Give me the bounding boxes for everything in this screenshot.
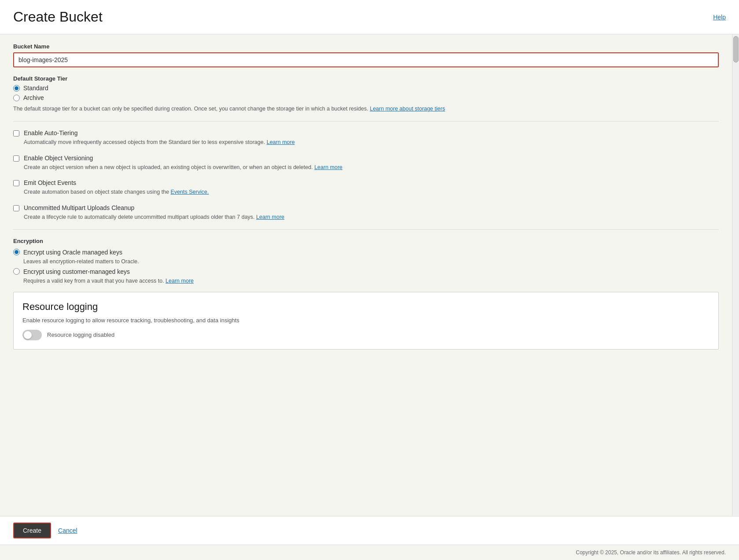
auto-tiering-checkbox-row: Enable Auto-Tiering [13, 129, 719, 136]
bucket-name-input[interactable] [13, 52, 719, 67]
scrollbar-thumb[interactable] [733, 36, 739, 63]
multipart-cleanup-checkbox-row: Uncommitted Multipart Uploads Cleanup [13, 204, 719, 211]
emit-events-label: Emit Object Events [24, 179, 76, 186]
page-header: Create Bucket Help [0, 0, 739, 34]
oracle-managed-desc: Leaves all encryption-related matters to… [23, 258, 719, 265]
radio-standard-input[interactable] [13, 85, 20, 92]
radio-oracle-managed-label: Encrypt using Oracle managed keys [23, 249, 122, 256]
resource-logging-toggle-label: Resource logging disabled [47, 332, 114, 338]
radio-standard-label: Standard [23, 85, 48, 92]
emit-events-desc: Create automation based on object state … [24, 188, 719, 196]
cancel-button[interactable]: Cancel [58, 527, 77, 534]
auto-tiering-section: Enable Auto-Tiering Automatically move i… [13, 129, 719, 147]
object-versioning-label: Enable Object Versioning [24, 155, 93, 162]
multipart-cleanup-learn-more[interactable]: Learn more [256, 214, 284, 220]
help-link[interactable]: Help [713, 14, 726, 21]
multipart-cleanup-label: Uncommitted Multipart Uploads Cleanup [24, 204, 134, 211]
action-bar: Create Cancel [0, 516, 739, 545]
divider-1 [13, 121, 719, 122]
toggle-slider [22, 330, 42, 340]
object-versioning-checkbox-row: Enable Object Versioning [13, 155, 719, 162]
resource-logging-title: Resource logging [22, 301, 710, 313]
radio-customer-managed[interactable]: Encrypt using customer-managed keys [13, 268, 719, 275]
radio-standard[interactable]: Standard [13, 85, 719, 92]
encryption-radio-group: Encrypt using Oracle managed keys Leaves… [13, 249, 719, 284]
radio-archive[interactable]: Archive [13, 94, 719, 101]
storage-tier-radio-group: Standard Archive [13, 85, 719, 101]
object-versioning-learn-more[interactable]: Learn more [314, 164, 342, 170]
object-versioning-desc: Create an object version when a new obje… [24, 163, 719, 172]
multipart-cleanup-checkbox[interactable] [13, 205, 19, 211]
emit-events-section: Emit Object Events Create automation bas… [13, 179, 719, 196]
page-title: Create Bucket [13, 9, 103, 25]
divider-2 [13, 229, 719, 230]
resource-logging-desc: Enable resource logging to allow resourc… [22, 317, 710, 324]
radio-customer-managed-label: Encrypt using customer-managed keys [23, 268, 130, 275]
customer-managed-learn-more[interactable]: Learn more [165, 278, 194, 284]
scrollbar-track[interactable] [732, 34, 739, 516]
multipart-cleanup-desc: Create a lifecycle rule to automatically… [24, 213, 719, 221]
encryption-section: Encryption Encrypt using Oracle managed … [13, 238, 719, 284]
storage-tier-learn-more-link[interactable]: Learn more about storage tiers [370, 106, 445, 112]
create-button[interactable]: Create [13, 523, 51, 538]
radio-oracle-managed[interactable]: Encrypt using Oracle managed keys [13, 249, 719, 256]
radio-customer-managed-input[interactable] [13, 268, 20, 275]
toggle-row: Resource logging disabled [22, 330, 710, 340]
auto-tiering-checkbox[interactable] [13, 130, 19, 136]
auto-tiering-label: Enable Auto-Tiering [24, 129, 77, 136]
emit-events-checkbox[interactable] [13, 180, 19, 186]
storage-tier-helper: The default storage tier for a bucket ca… [13, 105, 719, 113]
resource-logging-box: Resource logging Enable resource logging… [13, 292, 719, 350]
radio-oracle-managed-input[interactable] [13, 249, 20, 255]
bucket-name-section: Bucket Name [13, 43, 719, 67]
storage-tier-section: Default Storage Tier Standard Archive Th… [13, 75, 719, 113]
customer-managed-desc: Requires a valid key from a vault that y… [23, 278, 719, 284]
auto-tiering-learn-more[interactable]: Learn more [267, 139, 295, 145]
resource-logging-toggle[interactable] [22, 330, 42, 340]
encryption-label: Encryption [13, 238, 719, 244]
emit-events-link[interactable]: Events Service. [171, 189, 209, 195]
object-versioning-checkbox[interactable] [13, 155, 19, 162]
storage-tier-label: Default Storage Tier [13, 75, 719, 82]
object-versioning-section: Enable Object Versioning Create an objec… [13, 155, 719, 172]
multipart-cleanup-section: Uncommitted Multipart Uploads Cleanup Cr… [13, 204, 719, 221]
footer-text: Copyright © 2025, Oracle and/or its affi… [576, 549, 726, 556]
bucket-name-label: Bucket Name [13, 43, 719, 50]
radio-archive-input[interactable] [13, 95, 20, 101]
emit-events-checkbox-row: Emit Object Events [13, 179, 719, 186]
radio-archive-label: Archive [23, 94, 44, 101]
auto-tiering-desc: Automatically move infrequently accessed… [24, 138, 719, 147]
page-footer: Copyright © 2025, Oracle and/or its affi… [0, 545, 739, 560]
main-content: Bucket Name Default Storage Tier Standar… [0, 34, 732, 516]
